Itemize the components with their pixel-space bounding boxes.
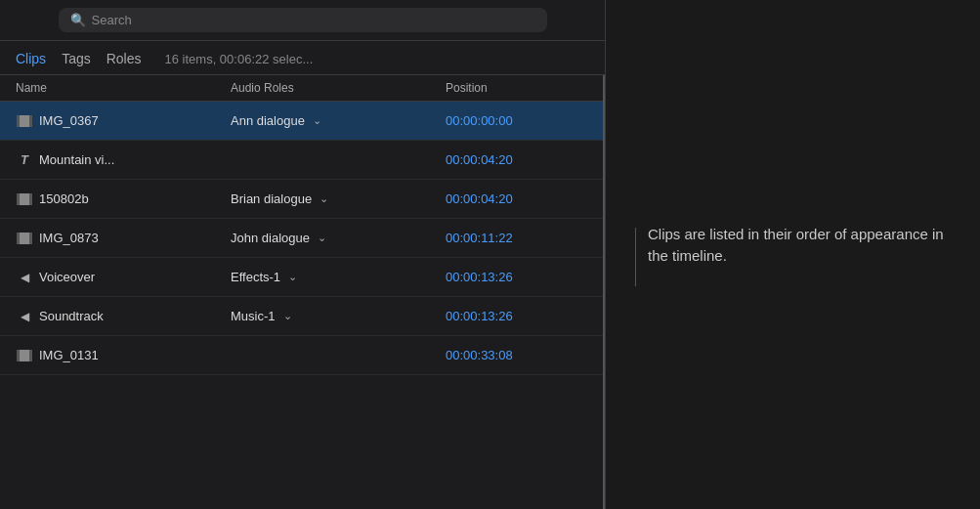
audio-role-label: Ann dialogue: [231, 113, 305, 128]
timecode: 00:00:13:26: [446, 270, 513, 284]
col-header-position: Position: [438, 75, 594, 101]
position-cell: 00:00:04:20: [438, 147, 594, 173]
tab-clips[interactable]: Clips: [16, 49, 46, 68]
table-header: Name Audio Roles Position: [0, 75, 605, 102]
name-cell: TMountain vi...: [8, 147, 223, 173]
audio-role-label: Effects-1: [231, 270, 280, 284]
dropdown-arrow-icon[interactable]: ⌄: [320, 192, 328, 205]
name-cell: ◀Soundtrack: [8, 303, 223, 329]
dropdown-arrow-icon[interactable]: ⌄: [288, 271, 297, 283]
clip-name: IMG_0131: [39, 348, 99, 362]
position-cell: 00:00:00:00: [438, 107, 594, 134]
clip-name: Soundtrack: [39, 309, 104, 323]
audio-icon: ◀: [16, 271, 33, 284]
col-header-name: Name: [8, 75, 223, 101]
annotation-line: [635, 228, 636, 286]
audio-role-cell[interactable]: Effects-1⌄: [223, 264, 438, 290]
table-row[interactable]: 150802bBrian dialogue⌄00:00:04:20: [0, 180, 605, 219]
audio-role-cell: [223, 350, 438, 361]
clip-name: IMG_0873: [39, 231, 99, 245]
position-cell: 00:00:33:08: [438, 342, 594, 368]
search-bar: 🔍 Search: [0, 0, 605, 41]
timecode: 00:00:00:00: [446, 113, 513, 128]
col-header-audio: Audio Roles: [223, 75, 438, 101]
dropdown-arrow-icon[interactable]: ⌄: [283, 310, 292, 322]
name-cell: ◀Voiceover: [8, 264, 223, 290]
film-icon: [16, 192, 33, 206]
audio-role-cell[interactable]: Brian dialogue⌄: [223, 186, 438, 212]
audio-role-label: John dialogue: [231, 231, 310, 245]
position-cell: 00:00:11:22: [438, 225, 594, 251]
timecode: 00:00:11:22: [446, 231, 513, 245]
search-input[interactable]: 🔍 Search: [59, 8, 547, 32]
timecode: 00:00:04:20: [446, 191, 513, 206]
position-cell: 00:00:13:26: [438, 303, 594, 329]
audio-role-cell[interactable]: Ann dialogue⌄: [223, 107, 438, 134]
dropdown-arrow-icon[interactable]: ⌄: [318, 232, 326, 244]
clip-name: 150802b: [39, 191, 89, 206]
timecode: 00:00:33:08: [446, 348, 513, 362]
film-icon: [16, 232, 33, 245]
name-cell: IMG_0131: [8, 342, 223, 368]
clip-name: Mountain vi...: [39, 152, 114, 167]
tab-roles[interactable]: Roles: [107, 49, 142, 68]
text-icon: T: [16, 153, 33, 167]
audio-role-label: Brian dialogue: [231, 191, 312, 206]
audio-role-cell: [223, 154, 438, 166]
audio-role-label: Music-1: [231, 309, 276, 323]
table-row[interactable]: IMG_0873John dialogue⌄00:00:11:22: [0, 219, 605, 258]
table-row[interactable]: ▶IMG_0367Ann dialogue⌄00:00:00:00: [0, 102, 605, 141]
dropdown-arrow-icon[interactable]: ⌄: [313, 114, 321, 127]
clip-name: IMG_0367: [39, 113, 99, 128]
tab-status: 16 items, 00:06:22 selec...: [165, 52, 314, 66]
table-row[interactable]: ◀VoiceoverEffects-1⌄00:00:13:26: [0, 258, 605, 297]
position-cell: 00:00:04:20: [438, 186, 594, 212]
timecode: 00:00:13:26: [446, 309, 513, 323]
search-icon: 🔍: [70, 13, 86, 27]
table-row[interactable]: TMountain vi...00:00:04:20: [0, 141, 605, 180]
search-placeholder: Search: [92, 13, 132, 27]
table-body: ▶IMG_0367Ann dialogue⌄00:00:00:00TMounta…: [0, 102, 605, 375]
name-cell: 150802b: [8, 186, 223, 212]
name-cell: IMG_0367: [8, 107, 223, 134]
clip-name: Voiceover: [39, 270, 95, 284]
film-icon: [16, 349, 33, 362]
audio-role-cell[interactable]: Music-1⌄: [223, 303, 438, 329]
table-row[interactable]: IMG_013100:00:33:08: [0, 336, 605, 375]
audio-icon: ◀: [16, 310, 33, 323]
table-row[interactable]: ◀SoundtrackMusic-1⌄00:00:13:26: [0, 297, 605, 336]
tabs-row: Clips Tags Roles 16 items, 00:06:22 sele…: [0, 41, 605, 75]
right-panel: Clips are listed in their order of appea…: [606, 0, 980, 509]
audio-role-cell[interactable]: John dialogue⌄: [223, 225, 438, 251]
timecode: 00:00:04:20: [446, 152, 513, 167]
position-cell: 00:00:13:26: [438, 264, 594, 290]
table-container: Name Audio Roles Position ▶IMG_0367Ann d…: [0, 75, 605, 509]
film-icon: [16, 114, 33, 128]
annotation-box: Clips are listed in their order of appea…: [635, 224, 951, 286]
annotation-text: Clips are listed in their order of appea…: [648, 224, 951, 268]
vertical-divider: [603, 75, 605, 509]
tab-tags[interactable]: Tags: [62, 49, 91, 68]
clips-panel: 🔍 Search Clips Tags Roles 16 items, 00:0…: [0, 0, 606, 509]
name-cell: IMG_0873: [8, 225, 223, 251]
